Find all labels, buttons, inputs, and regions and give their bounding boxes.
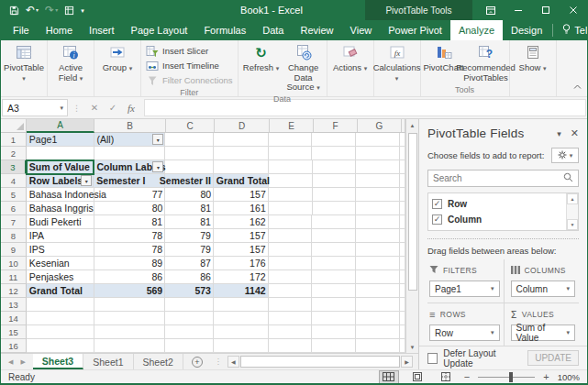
ribbon-tab-power-pivot[interactable]: Power Pivot [380, 20, 450, 40]
column-header-f[interactable]: F [314, 119, 358, 133]
column-header-b[interactable]: B [94, 119, 166, 133]
cell-A15[interactable] [27, 325, 94, 339]
formula-input[interactable] [144, 99, 586, 116]
cell-C10[interactable]: 87 [165, 257, 214, 270]
ribbon-tab-analyze[interactable]: Analyze [450, 20, 503, 40]
cell-D14[interactable] [214, 312, 269, 325]
cell-C12[interactable]: 573 [165, 284, 214, 298]
minimize-button[interactable] [505, 0, 532, 20]
cell-E15[interactable] [269, 325, 313, 339]
cell-A7[interactable]: Budi Pekerti [27, 215, 94, 229]
cell-filter-dropdown-icon[interactable]: ▾ [81, 175, 92, 186]
defer-layout-update-checkbox[interactable] [427, 353, 438, 364]
cell-E4[interactable] [269, 174, 313, 188]
cell-E12[interactable] [269, 284, 313, 298]
cell-B7[interactable]: 81 [94, 215, 166, 229]
cell-A6[interactable]: Bahasa Inggris [27, 202, 94, 215]
cell-F3[interactable] [313, 160, 357, 174]
tools-gear-button[interactable]: ▾ [551, 148, 579, 163]
cell-E7[interactable] [269, 215, 313, 229]
column-header-e[interactable]: E [270, 119, 314, 133]
name-box-dropdown-icon[interactable]: ▾ [60, 104, 67, 112]
area-chip-column[interactable]: Column▾ [511, 280, 576, 297]
row-header-7[interactable]: 7 [1, 215, 27, 229]
row-header-6[interactable]: 6 [1, 202, 27, 215]
cell-E2[interactable] [269, 147, 313, 160]
ribbon-tab-page-layout[interactable]: Page Layout [123, 20, 196, 40]
row-header-12[interactable]: 12 [1, 284, 27, 298]
cell-F5[interactable] [313, 188, 357, 202]
page-layout-view-button[interactable] [407, 370, 427, 384]
tell-me-button[interactable]: Tell me... [555, 20, 588, 40]
row-header-9[interactable]: 9 [1, 243, 27, 257]
normal-view-button[interactable] [379, 370, 399, 384]
ribbon-button-group[interactable]: Group ▾ [96, 42, 139, 74]
customize-quick-access-icon[interactable]: ▾ [81, 7, 84, 14]
field-item-row[interactable]: ✓Row [432, 196, 566, 212]
cell-C7[interactable]: 81 [165, 215, 214, 229]
scroll-down-icon[interactable]: ▼ [406, 341, 418, 353]
pane-options-icon[interactable]: ▾ [557, 129, 561, 138]
cell-G14[interactable] [356, 312, 400, 325]
select-all-corner[interactable] [1, 119, 27, 133]
scroll-up-icon[interactable]: ▲ [406, 119, 418, 131]
row-header-5[interactable]: 5 [1, 188, 27, 202]
ribbon-tab-data[interactable]: Data [254, 20, 292, 40]
cell-F16[interactable] [312, 339, 356, 353]
cell-B8[interactable]: 78 [94, 229, 166, 243]
cell-D7[interactable]: 162 [214, 215, 269, 229]
ribbon-button-insert-slicer[interactable]: Insert Slicer [143, 44, 211, 58]
cell-D15[interactable] [214, 325, 269, 339]
cell-G13[interactable] [356, 298, 400, 312]
cell-A4[interactable]: Row Labels▾ [27, 174, 94, 188]
zoom-out-button[interactable]: − [464, 372, 470, 382]
redo-icon[interactable]: ↷▾ [45, 5, 58, 16]
zoom-level[interactable]: 100% [558, 372, 580, 382]
ribbon-button-pivottable[interactable]: PivotTable ▾ [3, 42, 45, 83]
column-header-d[interactable]: D [215, 119, 270, 133]
column-header-a[interactable]: A [27, 119, 94, 133]
ribbon-button-change-data-source[interactable]: Change Data Source ▾ [283, 42, 325, 94]
scroll-down-icon[interactable]: ▼ [567, 219, 578, 230]
cell-F14[interactable] [312, 312, 356, 325]
cell-G4[interactable] [356, 174, 400, 188]
cell-D13[interactable] [214, 298, 269, 312]
cell-A2[interactable] [27, 147, 94, 160]
insert-function-button[interactable]: fx [122, 103, 140, 114]
cell-G3[interactable] [356, 160, 400, 174]
cell-F2[interactable] [312, 147, 356, 160]
cell-E5[interactable] [269, 188, 313, 202]
cell-G6[interactable] [356, 202, 400, 215]
ribbon-button-active-field[interactable]: iActive Field ▾ [50, 42, 92, 83]
cell-A12[interactable]: Grand Total [27, 284, 94, 298]
ribbon-tab-view[interactable]: View [342, 20, 381, 40]
undo-icon[interactable]: ↶▾ [26, 5, 39, 16]
zoom-in-button[interactable]: + [543, 372, 549, 382]
row-header-11[interactable]: 11 [1, 270, 27, 284]
ribbon-tab-formulas[interactable]: Formulas [195, 20, 254, 40]
ribbon-button-show[interactable]: Show ▾ [512, 42, 554, 74]
cell-C1[interactable] [165, 133, 214, 147]
cell-B10[interactable]: 89 [94, 257, 166, 270]
confirm-entry-button[interactable]: ✓ [104, 103, 122, 113]
cell-C14[interactable] [165, 312, 214, 325]
scroll-left-icon[interactable]: ◀ [227, 356, 239, 368]
collapse-ribbon-button[interactable] [573, 77, 582, 94]
ribbon-button-actions[interactable]: Actions ▾ [329, 42, 372, 74]
field-checkbox-row[interactable]: ✓ [432, 199, 442, 209]
vertical-scrollbar-thumb[interactable] [408, 133, 417, 291]
cell-B11[interactable]: 86 [94, 270, 166, 284]
row-header-4[interactable]: 4 [1, 174, 27, 188]
name-box[interactable]: A3 ▾ [2, 99, 68, 116]
cell-C3[interactable] [165, 160, 214, 174]
sheet-nav-left-icon[interactable]: ◀ [8, 358, 13, 366]
cell-A13[interactable] [27, 298, 94, 312]
cell-C6[interactable]: 81 [165, 202, 214, 215]
cell-A11[interactable]: Penjaskes [27, 270, 94, 284]
cell-B4[interactable]: Semester I [94, 174, 165, 188]
row-header-15[interactable]: 15 [1, 325, 27, 339]
row-header-16[interactable]: 16 [1, 339, 27, 353]
vertical-scrollbar[interactable]: ▲ ▼ [405, 119, 418, 353]
cell-B3[interactable]: Column Labels▾ [94, 160, 165, 174]
cell-D4[interactable]: Grand Total [214, 174, 269, 188]
